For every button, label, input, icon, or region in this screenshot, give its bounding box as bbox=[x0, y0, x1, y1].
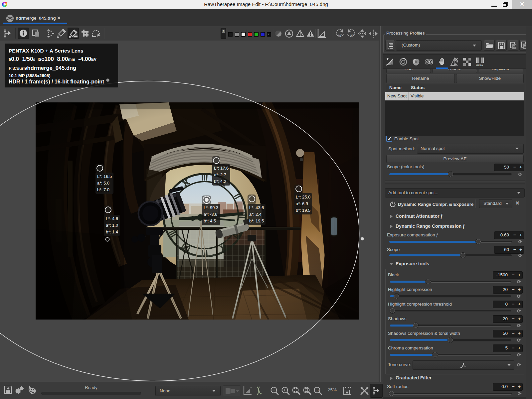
svg-text:90°: 90° bbox=[338, 34, 342, 37]
svg-text:META: META bbox=[476, 64, 483, 67]
svg-text:90°: 90° bbox=[350, 34, 354, 37]
svg-text:1:1: 1:1 bbox=[315, 389, 319, 392]
